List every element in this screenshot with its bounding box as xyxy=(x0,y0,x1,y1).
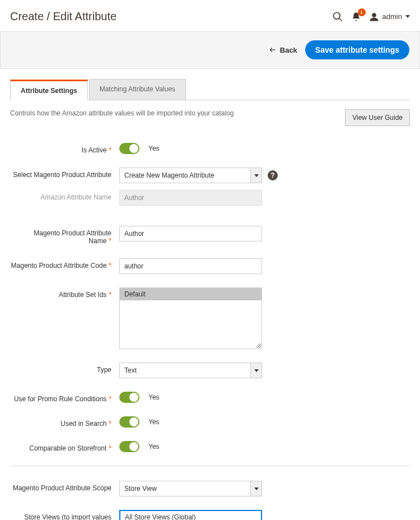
amazon-attr-name-label: Amazon Attribute Name xyxy=(40,193,111,201)
chevron-down-icon xyxy=(250,168,262,183)
store-views-select[interactable]: All Store Views (Global) Default Store V… xyxy=(119,510,262,520)
search-icon[interactable] xyxy=(332,11,343,22)
is-active-value: Yes xyxy=(148,145,160,152)
magento-attr-code-field[interactable] xyxy=(119,258,262,274)
scope-label: Magento Product Attribute Scope xyxy=(13,484,111,492)
tab-matching-values[interactable]: Matching Attribute Values xyxy=(89,79,186,100)
attribute-set-ids-label: Attribute Set Ids xyxy=(59,291,106,299)
used-in-search-value: Yes xyxy=(148,418,160,426)
view-user-guide-button[interactable]: View User Guide xyxy=(345,109,410,126)
chevron-down-icon xyxy=(405,15,410,18)
comparable-toggle[interactable] xyxy=(119,441,139,452)
user-label: admin xyxy=(382,12,402,21)
required-mark: * xyxy=(109,146,111,154)
magento-attr-code-label: Magento Product Attribute Code xyxy=(11,262,107,270)
header-actions: 1 admin xyxy=(332,11,410,22)
svg-line-1 xyxy=(339,18,342,21)
attribute-set-ids-select[interactable]: Default xyxy=(119,287,262,349)
store-views-label: Store Views (to import values into) xyxy=(24,513,111,520)
is-active-label: Is Active xyxy=(82,146,107,154)
store-view-option[interactable]: All Store Views (Global) xyxy=(120,511,261,520)
magento-attr-name-label: Magento Product Attribute Name xyxy=(34,229,111,245)
svg-line-4 xyxy=(256,343,260,347)
promo-rule-value: Yes xyxy=(148,393,160,401)
svg-line-5 xyxy=(258,345,260,347)
tabs: Attribute Settings Matching Attribute Va… xyxy=(10,79,410,100)
magento-attr-name-field[interactable] xyxy=(119,226,262,242)
notifications-icon[interactable]: 1 xyxy=(351,12,361,22)
type-select[interactable]: Text xyxy=(119,363,262,378)
intro-text: Controls how the Amazon attribute values… xyxy=(10,109,234,117)
notification-badge: 1 xyxy=(358,8,366,16)
back-button[interactable]: Back xyxy=(269,46,297,54)
divider xyxy=(10,466,410,466)
promo-rule-label: Use for Promo Rule Conditions xyxy=(14,395,106,403)
select-magento-attr-select[interactable]: Create New Magento Attribute xyxy=(119,168,262,183)
used-in-search-toggle[interactable] xyxy=(119,416,139,428)
comparable-value: Yes xyxy=(148,443,160,451)
back-label: Back xyxy=(280,46,297,54)
chevron-down-icon xyxy=(250,363,262,378)
comparable-label: Comparable on Storefront xyxy=(29,444,106,452)
user-menu[interactable]: admin xyxy=(369,12,410,22)
save-button[interactable]: Save attribute settings xyxy=(305,40,409,59)
svg-point-0 xyxy=(333,12,340,19)
tab-attribute-settings[interactable]: Attribute Settings xyxy=(10,80,88,100)
page-title: Create / Edit Attribute xyxy=(10,10,116,23)
user-icon xyxy=(369,12,379,22)
action-bar: Back Save attribute settings xyxy=(0,31,420,69)
used-in-search-label: Used in Search xyxy=(60,420,106,428)
chevron-down-icon xyxy=(250,481,262,496)
resize-handle-icon[interactable] xyxy=(255,342,261,348)
scope-select[interactable]: Store View xyxy=(119,481,262,496)
promo-rule-toggle[interactable] xyxy=(119,392,139,403)
svg-point-2 xyxy=(372,13,376,17)
amazon-attr-name-field xyxy=(119,190,262,206)
is-active-toggle[interactable] xyxy=(119,143,139,154)
help-icon[interactable]: ? xyxy=(268,170,278,180)
arrow-left-icon xyxy=(269,46,277,54)
select-magento-attr-label: Select Magento Product Attribute xyxy=(13,171,111,179)
type-label: Type xyxy=(97,366,111,374)
attribute-set-option[interactable]: Default xyxy=(120,288,262,300)
